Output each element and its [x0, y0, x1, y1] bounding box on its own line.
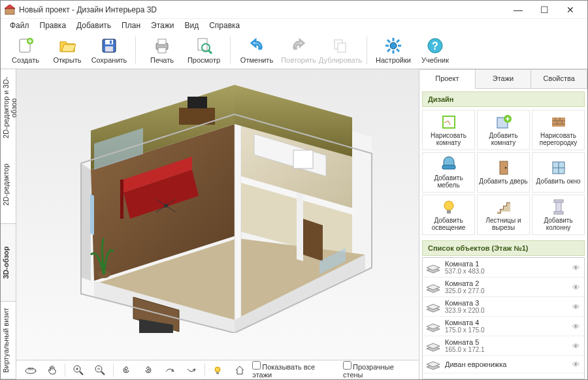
rotate-right-button[interactable]: [139, 362, 157, 378]
design-section-header: Дизайн: [422, 91, 585, 107]
toolbar-undo-button[interactable]: Отменить: [238, 37, 275, 64]
toolbar: СоздатьОткрытьСохранитьПечатьПросмотрОтм…: [1, 32, 587, 69]
pan-button[interactable]: [43, 362, 61, 378]
toolbar-open-button[interactable]: Открыть: [49, 37, 86, 64]
svg-point-86: [444, 201, 453, 210]
bottom-toolbar: 360 Показывать все этажи Прозрачные стен…: [16, 360, 419, 379]
column-icon: [550, 198, 567, 215]
zoom-out-button[interactable]: [91, 362, 109, 378]
3d-canvas[interactable]: [16, 69, 419, 360]
toolbar-preview-button[interactable]: Просмотр: [186, 37, 222, 64]
copy-icon: [331, 37, 350, 55]
show-all-floors-label: Показывать все этажи: [252, 363, 315, 379]
show-all-floors-checkbox[interactable]: Показывать все этажи: [252, 361, 334, 379]
tool-drawroom[interactable]: Нарисовать комнату: [422, 110, 475, 150]
minimize-button[interactable]: —: [505, 1, 531, 19]
tool-window[interactable]: Добавить окно: [532, 152, 585, 193]
rotate-left-button[interactable]: [118, 362, 135, 378]
window-icon: [550, 159, 567, 176]
toolbar-save-button[interactable]: Сохранить: [91, 37, 127, 64]
left-tab-1[interactable]: 3D-обзор: [1, 224, 16, 302]
undo-icon: [248, 37, 266, 55]
right-tab-этажи[interactable]: Этажи: [476, 69, 532, 89]
right-tab-свойства[interactable]: Свойства: [531, 69, 587, 89]
toolbar-redo-button: Повторить: [280, 37, 317, 64]
tool-wall[interactable]: Нарисовать перегородку: [532, 110, 585, 150]
visibility-icon[interactable]: 👁: [572, 303, 581, 311]
visibility-icon[interactable]: 👁: [572, 264, 581, 272]
tool-furniture[interactable]: Добавить мебель: [422, 152, 475, 193]
svg-point-82: [504, 167, 506, 169]
tilt-up-button[interactable]: [161, 362, 178, 378]
tool-door[interactable]: Добавить дверь: [477, 152, 530, 193]
left-tab-3[interactable]: 2D-редактор и 3D-обзор: [1, 69, 16, 146]
svg-marker-37: [81, 163, 91, 281]
toolbar-new-button[interactable]: Создать: [7, 37, 44, 64]
right-panel: ПроектЭтажиСвойства Дизайн Нарисовать ко…: [419, 69, 587, 379]
menu-файл[interactable]: Файл: [6, 20, 33, 31]
toolbar-help-button[interactable]: ?Учебник: [417, 37, 453, 64]
tool-column[interactable]: Добавить колонну: [532, 195, 585, 235]
door-icon: [495, 159, 512, 176]
object-icon: [425, 320, 441, 333]
object-row[interactable]: Диван еврокнижка👁: [423, 356, 584, 373]
svg-point-16: [390, 42, 397, 49]
svg-rect-0: [5, 8, 14, 14]
svg-line-22: [397, 49, 399, 52]
close-button[interactable]: ✕: [557, 1, 583, 19]
svg-rect-9: [158, 39, 166, 44]
tool-addroom[interactable]: Добавить комнату: [477, 110, 530, 150]
svg-line-62: [80, 372, 83, 375]
svg-marker-53: [303, 219, 323, 261]
zoom-in-button[interactable]: [69, 362, 87, 378]
object-row[interactable]: Комната 3323.9 x 220.0👁: [423, 297, 584, 317]
tool-light[interactable]: Добавить освещение: [422, 195, 475, 235]
rotate-360-button[interactable]: 360: [22, 362, 39, 378]
left-tab-2[interactable]: 2D-редактор: [1, 146, 16, 224]
svg-rect-10: [158, 48, 166, 53]
visibility-icon[interactable]: 👁: [572, 323, 581, 330]
object-icon: [425, 340, 441, 353]
home-view-button[interactable]: [231, 362, 248, 378]
visibility-icon[interactable]: 👁: [572, 342, 581, 350]
toolbar-print-button[interactable]: Печать: [144, 37, 180, 64]
menu-план[interactable]: План: [118, 20, 144, 31]
svg-line-23: [387, 49, 390, 52]
svg-rect-15: [338, 43, 346, 52]
svg-rect-5: [105, 40, 113, 44]
right-tabs: ПроектЭтажиСвойства: [419, 69, 587, 89]
svg-text:360: 360: [27, 367, 33, 371]
object-row[interactable]: Комната 1537.0 x 483.0👁: [423, 258, 584, 277]
preview-icon: [195, 37, 213, 55]
left-tab-0[interactable]: Виртуальный визит: [1, 302, 16, 379]
addroom-icon: [495, 114, 512, 131]
object-list-body[interactable]: Комната 1537.0 x 483.0👁Комната 2325.0 x …: [423, 258, 584, 379]
help-icon: ?: [426, 37, 444, 55]
settings-icon: [384, 37, 402, 55]
drawroom-icon: [440, 114, 457, 131]
menu-этажи[interactable]: Этажи: [147, 20, 178, 31]
object-row[interactable]: Комната 5165.0 x 172.1👁: [423, 336, 584, 356]
menu-добавить[interactable]: Добавить: [73, 20, 115, 31]
svg-marker-34: [297, 193, 303, 261]
visibility-icon[interactable]: 👁: [572, 360, 581, 368]
menu-вид[interactable]: Вид: [180, 20, 203, 31]
menu-справка[interactable]: Справка: [205, 20, 244, 31]
right-tab-проект[interactable]: Проект: [419, 69, 476, 89]
object-row[interactable]: Комната 2325.0 x 277.0👁: [423, 277, 584, 297]
maximize-button[interactable]: ☐: [531, 1, 557, 19]
object-row[interactable]: Комната 4175.0 x 175.0👁: [423, 317, 584, 336]
transparent-walls-checkbox[interactable]: Прозрачные стены: [343, 361, 414, 379]
svg-rect-87: [447, 210, 451, 214]
visibility-icon[interactable]: 👁: [572, 283, 581, 291]
svg-line-21: [387, 40, 390, 42]
svg-line-66: [101, 372, 105, 375]
tilt-down-button[interactable]: [183, 362, 201, 378]
save-icon: [100, 37, 118, 55]
objects-section-header: Список объектов (Этаж №1): [422, 240, 585, 256]
svg-text:?: ?: [432, 40, 438, 52]
toolbar-settings-button[interactable]: Настройки: [375, 37, 412, 64]
lighting-button[interactable]: [209, 362, 227, 378]
tool-stairs[interactable]: Лестницы и вырезы: [477, 195, 530, 235]
menu-правка[interactable]: Правка: [36, 20, 71, 31]
